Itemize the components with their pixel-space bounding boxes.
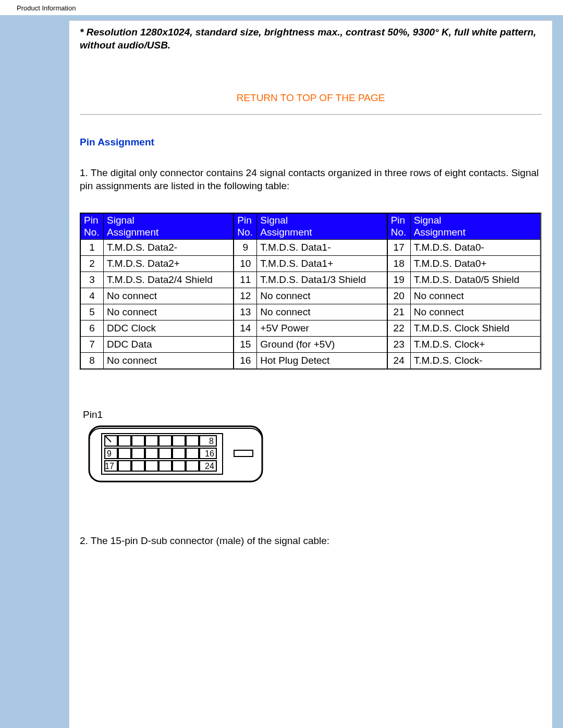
th-signal: SignalAssignment (257, 213, 387, 240)
signal-cell: No connect (257, 288, 387, 304)
pin-table-2-body: 9T.M.D.S. Data1-10T.M.D.S. Data1+11T.M.D… (234, 240, 387, 369)
svg-rect-17 (186, 448, 199, 459)
signal-cell: No connect (257, 304, 387, 320)
signal-cell: T.M.D.S. Data1- (257, 240, 387, 256)
pin-number-cell: 24 (387, 353, 410, 369)
signal-cell: T.M.D.S. Data2/4 Shield (104, 272, 234, 288)
pin-number-cell: 17 (387, 240, 410, 256)
resolution-note: * Resolution 1280x1024, standard size, b… (80, 26, 542, 52)
pin-table-3: PinNo. SignalAssignment 17T.M.D.S. Data0… (387, 213, 541, 369)
pin-number-cell: 12 (234, 288, 257, 304)
pin-number-cell: 23 (387, 337, 410, 353)
table-row: 5No connect (81, 304, 234, 320)
svg-rect-7 (159, 436, 172, 446)
table-row: 6DDC Clock (81, 320, 234, 337)
table-row: 7DDC Data (81, 337, 234, 353)
pin-table-3-body: 17T.M.D.S. Data0-18T.M.D.S. Data0+19T.M.… (387, 240, 540, 369)
svg-rect-6 (145, 436, 158, 446)
svg-text:24: 24 (205, 462, 214, 471)
th-pin-no: PinNo. (234, 213, 257, 240)
svg-rect-10 (200, 436, 216, 446)
table-row: 11T.M.D.S. Data1/3 Shield (234, 272, 387, 288)
content-outer-band: * Resolution 1280x1024, standard size, b… (0, 15, 563, 728)
pin-number-cell: 10 (234, 256, 257, 272)
table-row: 9T.M.D.S. Data1- (234, 240, 387, 256)
th-signal: SignalAssignment (410, 213, 540, 240)
svg-rect-5 (132, 436, 144, 446)
pin-number-cell: 22 (387, 320, 410, 337)
table-row: 23T.M.D.S. Clock+ (387, 337, 540, 353)
pin-number-cell: 19 (387, 272, 410, 288)
table-row: 3T.M.D.S. Data2/4 Shield (81, 272, 234, 288)
signal-cell: Hot Plug Detect (257, 353, 387, 369)
table-row: 8No connect (81, 353, 234, 369)
table-row: 15Ground (for +5V) (234, 337, 387, 353)
signal-cell: T.M.D.S. Clock+ (410, 337, 540, 353)
pin-number-cell: 6 (81, 320, 104, 337)
signal-cell: +5V Power (257, 320, 387, 337)
svg-rect-13 (132, 448, 144, 459)
table-row: 1T.M.D.S. Data2- (81, 240, 234, 256)
table-row: 10T.M.D.S. Data1+ (234, 256, 387, 272)
pin-table-2: PinNo. SignalAssignment 9T.M.D.S. Data1-… (234, 213, 387, 369)
svg-rect-8 (173, 436, 185, 446)
svg-rect-23 (159, 461, 172, 471)
signal-cell: T.M.D.S. Clock Shield (410, 320, 540, 337)
signal-cell: T.M.D.S. Data1/3 Shield (257, 272, 387, 288)
table-row: 17T.M.D.S. Data0- (387, 240, 540, 256)
signal-cell: No connect (410, 304, 540, 320)
signal-cell: T.M.D.S. Data2+ (104, 256, 234, 272)
pin-number-cell: 2 (81, 256, 104, 272)
pin-number-cell: 5 (81, 304, 104, 320)
dvi-connector-diagram: Pin1 8 9 16 (80, 409, 542, 499)
pin-number-cell: 14 (234, 320, 257, 337)
signal-cell: T.M.D.S. Data2- (104, 240, 234, 256)
signal-cell: No connect (104, 288, 234, 304)
pin-number-cell: 1 (81, 240, 104, 256)
pin-number-cell: 11 (234, 272, 257, 288)
svg-text:9: 9 (107, 449, 112, 458)
svg-rect-25 (186, 461, 199, 471)
table-row: 14+5V Power (234, 320, 387, 337)
pin-number-cell: 8 (81, 353, 104, 369)
signal-cell: T.M.D.S. Data0/5 Shield (410, 272, 540, 288)
signal-cell: Ground (for +5V) (257, 337, 387, 353)
svg-rect-4 (118, 436, 131, 446)
svg-rect-22 (145, 461, 158, 471)
table-row: 2T.M.D.S. Data2+ (81, 256, 234, 272)
pin-number-cell: 21 (387, 304, 410, 320)
svg-rect-21 (132, 461, 144, 471)
th-pin-no: PinNo. (387, 213, 410, 240)
return-to-top-link[interactable]: RETURN TO TOP OF THE PAGE (80, 92, 542, 104)
table-row: 20No connect (387, 288, 540, 304)
pin-number-cell: 18 (387, 256, 410, 272)
section-title: Pin Assignment (80, 137, 542, 148)
signal-cell: T.M.D.S. Clock- (410, 353, 540, 369)
table-row: 4No connect (81, 288, 234, 304)
main-content: * Resolution 1280x1024, standard size, b… (69, 20, 553, 728)
page-header-text: Product Information (0, 0, 563, 15)
signal-cell: DDC Clock (104, 320, 234, 337)
pin-table-1-body: 1T.M.D.S. Data2-2T.M.D.S. Data2+3T.M.D.S… (81, 240, 234, 369)
signal-cell: No connect (104, 304, 234, 320)
pin1-label: Pin1 (83, 409, 103, 420)
svg-text:16: 16 (205, 449, 214, 458)
signal-cell: DDC Data (104, 337, 234, 353)
outro-paragraph: 2. The 15-pin D-sub connector (male) of … (80, 535, 542, 548)
section-divider (80, 114, 542, 115)
pin-number-cell: 20 (387, 288, 410, 304)
table-row: 22T.M.D.S. Clock Shield (387, 320, 540, 337)
th-signal: SignalAssignment (104, 213, 234, 240)
svg-rect-20 (118, 461, 131, 471)
pin-number-cell: 3 (81, 272, 104, 288)
svg-rect-9 (186, 436, 199, 446)
pin-number-cell: 16 (234, 353, 257, 369)
svg-rect-24 (173, 461, 185, 471)
table-row: 24T.M.D.S. Clock- (387, 353, 540, 369)
svg-text:8: 8 (209, 437, 214, 446)
svg-text:17: 17 (105, 462, 114, 471)
pin-table-1: PinNo. SignalAssignment 1T.M.D.S. Data2-… (80, 213, 234, 369)
signal-cell: T.M.D.S. Data1+ (257, 256, 387, 272)
pin-number-cell: 9 (234, 240, 257, 256)
svg-rect-14 (145, 448, 158, 459)
